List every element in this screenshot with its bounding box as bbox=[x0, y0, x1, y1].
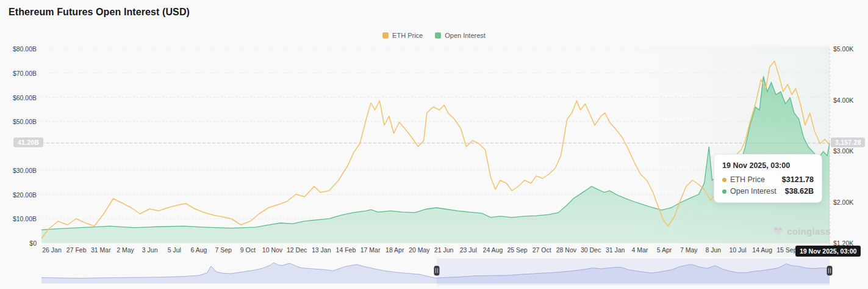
right-axis-tick-label: $4.00K bbox=[833, 97, 853, 104]
watermark-text: coinglass bbox=[787, 226, 831, 236]
tooltip-date: 19 Nov 2025, 03:00 bbox=[722, 161, 814, 170]
left-axis-tick-label: $30.00B bbox=[1, 167, 37, 174]
x-axis-tick-label: 15 Sep bbox=[777, 246, 797, 254]
x-axis-tick-label: 21 Jun bbox=[434, 246, 454, 254]
x-axis-tick-label: 10 Nov bbox=[262, 246, 282, 254]
x-axis-tick-label: 25 Sep bbox=[507, 246, 527, 254]
nav-handle-left[interactable] bbox=[434, 266, 439, 276]
x-axis-tick-label: 5 Apr bbox=[657, 246, 672, 254]
right-axis-tick-label: $5.00K bbox=[833, 45, 853, 53]
legend-label-eth-price: ETH Price bbox=[392, 32, 423, 39]
x-axis-tick-label: 10 Jul bbox=[730, 246, 747, 254]
open-interest-swatch bbox=[435, 32, 441, 38]
chart-panel: Ethereum Futures Open Interest (USD) ETH… bbox=[0, 0, 868, 289]
left-axis-tick-label: $10.00B bbox=[1, 215, 37, 222]
x-axis-tick-label: 20 May bbox=[409, 246, 429, 254]
x-axis-tick-label: 8 Jun bbox=[706, 246, 722, 254]
chart-title: Ethereum Futures Open Interest (USD) bbox=[9, 7, 190, 18]
chart-tooltip: 19 Nov 2025, 03:00 ETH Price $3121.78 Op… bbox=[714, 154, 822, 203]
x-axis-tick-label: 4 Mar bbox=[631, 246, 648, 254]
x-axis-tick-label: 14 Aug bbox=[752, 246, 772, 254]
x-axis-tick-label: 27 Feb bbox=[66, 246, 87, 254]
x-axis-tick-label: 3 Jun bbox=[142, 246, 158, 254]
x-axis-tick-label: 23 Jul bbox=[460, 246, 477, 254]
x-axis-tick-label: 17 Mar bbox=[360, 246, 381, 254]
coinglass-gem-icon bbox=[772, 225, 784, 237]
eth-price-dot bbox=[722, 178, 726, 182]
left-axis-current-badge: 41.20B bbox=[13, 137, 43, 147]
x-axis-tick-label: 6 Aug bbox=[191, 246, 207, 254]
eth-price-swatch bbox=[382, 32, 389, 38]
x-axis-tick-label: 13 Jan bbox=[312, 246, 331, 254]
x-axis-tick-label: 30 Dec bbox=[581, 246, 601, 254]
legend-item-eth-price[interactable]: ETH Price bbox=[382, 32, 423, 39]
x-axis-tick-label: 18 Apr bbox=[386, 246, 404, 254]
x-axis-tick-label: 28 Nov bbox=[556, 246, 576, 254]
left-axis-tick-label: $0 bbox=[1, 240, 37, 247]
nav-handle-right[interactable] bbox=[827, 266, 833, 276]
left-axis-tick-label: $70.00B bbox=[1, 70, 37, 77]
x-axis-tick-label: 5 Jul bbox=[168, 246, 181, 254]
right-axis-tick-label: $3.00K bbox=[833, 147, 853, 155]
legend-label-open-interest: Open Interest bbox=[445, 32, 486, 39]
x-axis-tick-label: 7 Sep bbox=[215, 246, 231, 254]
navigator-selection[interactable] bbox=[437, 258, 830, 285]
crosshair-date-badge: 19 Nov 2025, 03:00 bbox=[795, 246, 861, 257]
right-axis-tick-label: $2.00K bbox=[833, 199, 853, 206]
x-axis-tick-label: 2 May bbox=[117, 246, 134, 254]
legend: ETH Price Open Interest bbox=[0, 32, 868, 39]
tooltip-label: Open Interest bbox=[730, 187, 781, 196]
left-axis-tick-label: $80.00B bbox=[1, 45, 37, 53]
x-axis-tick-label: 31 Jan bbox=[606, 246, 625, 254]
x-axis-tick-label: 31 Mar bbox=[91, 246, 111, 254]
tooltip-row-open-interest: Open Interest $38.62B bbox=[722, 187, 814, 196]
left-axis-tick-label: $20.00B bbox=[1, 191, 37, 199]
x-axis-tick-label: 26 Jan bbox=[42, 246, 62, 254]
left-axis-tick-label: $60.00B bbox=[1, 94, 37, 101]
tooltip-value: $3121.78 bbox=[782, 175, 814, 184]
left-axis-tick-label: $50.00B bbox=[1, 118, 37, 125]
x-axis-tick-label: 12 Dec bbox=[287, 246, 307, 254]
x-axis-tick-label: 27 Oct bbox=[533, 246, 551, 254]
x-axis-tick-label: 24 Aug bbox=[483, 246, 503, 254]
x-axis-tick-label: 9 Oct bbox=[240, 246, 256, 254]
tooltip-label: ETH Price bbox=[730, 175, 778, 184]
legend-item-open-interest[interactable]: Open Interest bbox=[435, 32, 486, 39]
tooltip-value: $38.62B bbox=[785, 187, 814, 196]
x-axis-tick-label: 7 May bbox=[680, 246, 698, 254]
watermark: coinglass bbox=[772, 225, 831, 237]
open-interest-dot bbox=[722, 189, 726, 194]
x-axis-tick-label: 14 Feb bbox=[336, 246, 356, 254]
right-axis-current-badge: 3,157.28 bbox=[831, 137, 865, 147]
tooltip-row-eth-price: ETH Price $3121.78 bbox=[722, 175, 814, 184]
